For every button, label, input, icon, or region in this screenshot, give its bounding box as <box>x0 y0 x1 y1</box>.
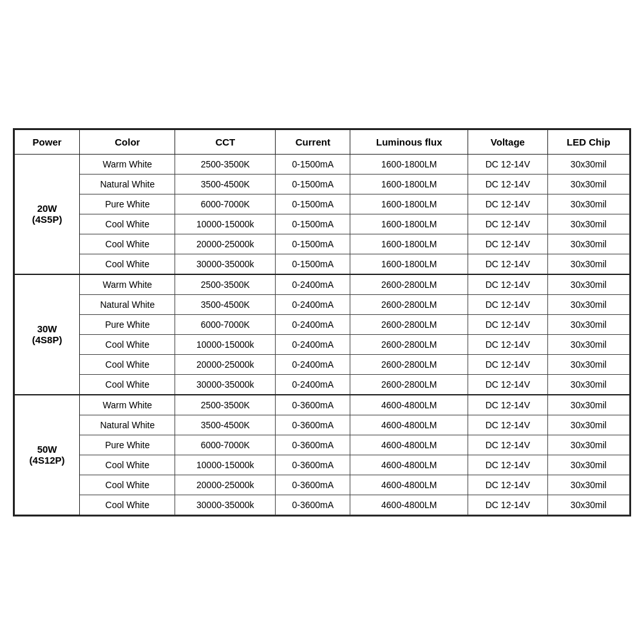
data-cell: 20000-25000k <box>175 475 276 495</box>
table-row: Cool White30000-35000k0-3600mA4600-4800L… <box>15 495 630 515</box>
data-cell: DC 12-14V <box>468 374 548 395</box>
data-cell: DC 12-14V <box>468 174 548 194</box>
data-cell: Warm White <box>80 274 175 295</box>
data-cell: 2600-2800LM <box>350 294 468 314</box>
data-cell: 30x30mil <box>547 194 629 214</box>
data-cell: 30x30mil <box>547 354 629 374</box>
data-cell: 30000-35000k <box>175 374 276 395</box>
data-cell: DC 12-14V <box>468 354 548 374</box>
data-cell: Cool White <box>80 354 175 374</box>
data-cell: Pure White <box>80 314 175 334</box>
data-cell: 1600-1800LM <box>350 234 468 254</box>
header-color: Color <box>80 129 175 154</box>
data-cell: 30x30mil <box>547 475 629 495</box>
data-cell: 1600-1800LM <box>350 154 468 174</box>
data-cell: 0-2400mA <box>276 374 350 395</box>
data-cell: DC 12-14V <box>468 435 548 455</box>
data-cell: 0-1500mA <box>276 194 350 214</box>
table-row: Cool White20000-25000k0-1500mA1600-1800L… <box>15 234 630 254</box>
data-cell: DC 12-14V <box>468 214 548 234</box>
data-cell: DC 12-14V <box>468 234 548 254</box>
data-cell: 0-2400mA <box>276 274 350 295</box>
data-cell: DC 12-14V <box>468 274 548 295</box>
data-cell: DC 12-14V <box>468 455 548 475</box>
data-cell: Cool White <box>80 374 175 395</box>
power-cell: 20W(4S5P) <box>15 154 80 274</box>
table-row: 20W(4S5P)Warm White2500-3500K0-1500mA160… <box>15 154 630 174</box>
power-cell: 50W(4S12P) <box>15 395 80 515</box>
data-cell: DC 12-14V <box>468 334 548 354</box>
data-cell: 0-3600mA <box>276 495 350 515</box>
data-cell: 0-1500mA <box>276 254 350 274</box>
data-cell: 30x30mil <box>547 334 629 354</box>
data-cell: 30x30mil <box>547 274 629 295</box>
data-cell: Cool White <box>80 495 175 515</box>
table-row: Natural White3500-4500K0-1500mA1600-1800… <box>15 174 630 194</box>
data-cell: DC 12-14V <box>468 294 548 314</box>
header-led-chip: LED Chip <box>547 129 629 154</box>
table-row: Pure White6000-7000K0-1500mA1600-1800LMD… <box>15 194 630 214</box>
data-cell: 1600-1800LM <box>350 174 468 194</box>
data-cell: 4600-4800LM <box>350 495 468 515</box>
header-power: Power <box>15 129 80 154</box>
data-cell: Warm White <box>80 154 175 174</box>
data-cell: Cool White <box>80 234 175 254</box>
data-cell: 30x30mil <box>547 294 629 314</box>
data-cell: Warm White <box>80 395 175 415</box>
data-cell: DC 12-14V <box>468 254 548 274</box>
data-cell: DC 12-14V <box>468 495 548 515</box>
data-cell: 0-3600mA <box>276 415 350 435</box>
table-row: Cool White20000-25000k0-3600mA4600-4800L… <box>15 475 630 495</box>
data-cell: DC 12-14V <box>468 154 548 174</box>
table-row: Cool White20000-25000k0-2400mA2600-2800L… <box>15 354 630 374</box>
table-row: Pure White6000-7000K0-3600mA4600-4800LMD… <box>15 435 630 455</box>
data-cell: 2500-3500K <box>175 274 276 295</box>
data-cell: 4600-4800LM <box>350 395 468 415</box>
data-cell: 2500-3500K <box>175 395 276 415</box>
data-cell: 30x30mil <box>547 395 629 415</box>
data-cell: 1600-1800LM <box>350 214 468 234</box>
data-cell: 10000-15000k <box>175 455 276 475</box>
data-cell: 4600-4800LM <box>350 415 468 435</box>
data-cell: Natural White <box>80 415 175 435</box>
data-cell: 0-3600mA <box>276 435 350 455</box>
data-cell: 3500-4500K <box>175 294 276 314</box>
data-cell: 6000-7000K <box>175 435 276 455</box>
data-cell: 3500-4500K <box>175 174 276 194</box>
data-cell: Natural White <box>80 294 175 314</box>
data-cell: 30x30mil <box>547 254 629 274</box>
data-cell: 2600-2800LM <box>350 374 468 395</box>
data-cell: 30x30mil <box>547 174 629 194</box>
header-row: PowerColorCCTCurrentLuminous fluxVoltage… <box>15 129 630 154</box>
table-row: Cool White30000-35000k0-2400mA2600-2800L… <box>15 374 630 395</box>
data-cell: 0-2400mA <box>276 334 350 354</box>
data-cell: 0-1500mA <box>276 234 350 254</box>
data-cell: 4600-4800LM <box>350 435 468 455</box>
data-cell: 2600-2800LM <box>350 314 468 334</box>
data-cell: 2500-3500K <box>175 154 276 174</box>
table-row: Cool White10000-15000k0-1500mA1600-1800L… <box>15 214 630 234</box>
table-row: Cool White10000-15000k0-3600mA4600-4800L… <box>15 455 630 475</box>
data-cell: DC 12-14V <box>468 415 548 435</box>
spec-table: PowerColorCCTCurrentLuminous fluxVoltage… <box>14 129 630 515</box>
data-cell: 30x30mil <box>547 495 629 515</box>
data-cell: Natural White <box>80 174 175 194</box>
data-cell: 30x30mil <box>547 455 629 475</box>
data-cell: Cool White <box>80 455 175 475</box>
data-cell: Cool White <box>80 214 175 234</box>
data-cell: Cool White <box>80 254 175 274</box>
header-luminous-flux: Luminous flux <box>350 129 468 154</box>
data-cell: 30x30mil <box>547 415 629 435</box>
data-cell: 0-2400mA <box>276 294 350 314</box>
data-cell: 2600-2800LM <box>350 354 468 374</box>
data-cell: Cool White <box>80 475 175 495</box>
data-cell: 0-2400mA <box>276 314 350 334</box>
data-cell: 0-3600mA <box>276 475 350 495</box>
table-row: Natural White3500-4500K0-3600mA4600-4800… <box>15 415 630 435</box>
header-voltage: Voltage <box>468 129 548 154</box>
data-cell: 30x30mil <box>547 234 629 254</box>
data-cell: 30x30mil <box>547 154 629 174</box>
data-cell: 1600-1800LM <box>350 194 468 214</box>
data-cell: 0-1500mA <box>276 154 350 174</box>
table-row: Natural White3500-4500K0-2400mA2600-2800… <box>15 294 630 314</box>
